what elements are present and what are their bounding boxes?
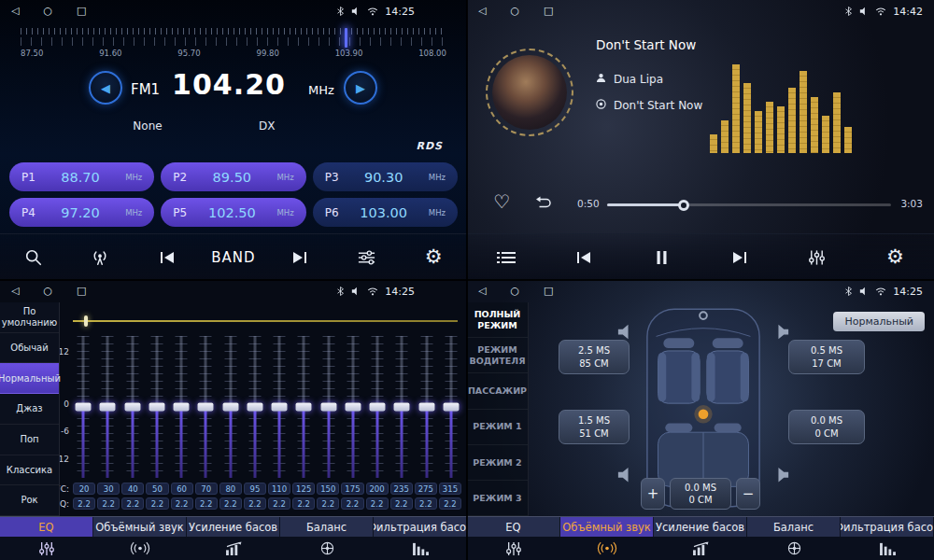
previous-station-button[interactable] — [147, 239, 188, 276]
fc-value[interactable]: 235 — [390, 483, 413, 495]
slider-knob[interactable] — [149, 403, 164, 412]
fc-value[interactable]: 175 — [341, 483, 363, 495]
fc-value[interactable]: 30 — [97, 483, 120, 495]
previous-track-button[interactable] — [563, 239, 604, 276]
eq-band-slider[interactable] — [345, 336, 361, 478]
slider-knob[interactable] — [418, 403, 434, 412]
eq-band-slider[interactable] — [173, 336, 190, 478]
slider-knob[interactable] — [394, 403, 410, 412]
seek-up-button[interactable]: ▶ — [344, 71, 377, 105]
preset-button[interactable]: P4 97.20 MHz — [9, 198, 154, 227]
nav-back-icon[interactable]: ◁ — [11, 280, 19, 302]
q-value[interactable]: 2.2 — [121, 497, 144, 510]
front-right-delay-button[interactable]: 0.5 MS 17 CM — [788, 340, 865, 374]
repeat-button[interactable] — [534, 195, 553, 214]
eq-band-slider[interactable] — [418, 336, 435, 478]
band-button[interactable]: BAND — [213, 239, 254, 276]
tab-surround[interactable]: Объёмный звук — [93, 517, 187, 537]
tab-filter-button[interactable] — [374, 537, 467, 560]
settings-button[interactable]: ⚙ — [874, 239, 915, 276]
tab-surround-button[interactable] — [93, 537, 187, 560]
nav-recents-icon[interactable]: □ — [77, 0, 86, 22]
listening-mode-item[interactable]: РЕЖИМ ВОДИТЕЛЯ — [467, 338, 528, 373]
pause-button[interactable] — [641, 239, 682, 276]
tab-surround[interactable]: Объёмный звук — [560, 517, 654, 537]
slider-knob[interactable] — [100, 403, 116, 412]
q-value[interactable]: 2.2 — [317, 497, 339, 510]
sound-profile-button[interactable]: Нормальный — [833, 312, 925, 331]
q-value[interactable]: 2.2 — [73, 497, 95, 510]
tab-filter-button[interactable] — [841, 537, 934, 560]
eq-band-slider[interactable] — [443, 336, 460, 478]
slider-knob[interactable] — [345, 403, 361, 412]
tab-eq-button[interactable] — [467, 537, 560, 560]
rear-left-delay-button[interactable]: 1.5 MS 51 CM — [559, 410, 630, 444]
tab-surround-button[interactable] — [560, 537, 654, 560]
broadcast-button[interactable] — [79, 239, 120, 276]
eq-band-slider[interactable] — [271, 336, 288, 478]
fc-value[interactable]: 95 — [244, 483, 266, 495]
eq-band-slider[interactable] — [222, 336, 239, 478]
listening-mode-item[interactable]: РЕЖИМ 1 — [467, 410, 528, 445]
q-value[interactable]: 2.2 — [195, 497, 218, 510]
tab-bass-boost[interactable]: Усиление басов — [187, 517, 280, 537]
eq-band-slider[interactable] — [149, 336, 165, 478]
equalizer-button[interactable] — [797, 239, 838, 276]
preset-button[interactable]: P5 102.50 MHz — [161, 198, 305, 227]
preset-button[interactable]: P1 88.70 MHz — [9, 162, 154, 191]
tab-bass-boost[interactable]: Усиление басов — [654, 517, 747, 537]
fc-value[interactable]: 150 — [317, 483, 339, 495]
search-button[interactable] — [13, 239, 54, 276]
seek-down-button[interactable]: ◀ — [89, 71, 122, 105]
fc-value[interactable]: 60 — [171, 483, 193, 495]
tab-bass-boost-button[interactable] — [654, 537, 747, 560]
next-track-button[interactable] — [719, 239, 760, 276]
nav-home-icon[interactable]: ○ — [510, 280, 519, 302]
eq-band-slider[interactable] — [295, 336, 312, 478]
nav-back-icon[interactable]: ◁ — [478, 0, 486, 22]
nav-back-icon[interactable]: ◁ — [478, 280, 486, 302]
fc-value[interactable]: 315 — [439, 483, 461, 495]
master-level-slider[interactable] — [73, 315, 458, 327]
q-value[interactable]: 2.2 — [439, 497, 461, 510]
eq-band-slider[interactable] — [197, 336, 214, 478]
tab-eq[interactable]: EQ — [467, 517, 560, 537]
slider-knob[interactable] — [76, 403, 92, 412]
fc-value[interactable]: 275 — [415, 483, 437, 495]
delay-decrease-button[interactable]: − — [736, 478, 760, 510]
tab-bass-boost-button[interactable] — [187, 537, 280, 560]
q-value[interactable]: 2.2 — [244, 497, 266, 510]
q-value[interactable]: 2.2 — [415, 497, 437, 510]
preset-button[interactable]: P3 90.30 MHz — [313, 162, 458, 191]
tab-balance-button[interactable] — [747, 537, 841, 560]
q-value[interactable]: 2.2 — [292, 497, 315, 510]
fc-value[interactable]: 40 — [121, 483, 144, 495]
tab-filter[interactable]: Фильтрация басов — [841, 517, 934, 537]
slider-knob[interactable] — [272, 403, 288, 412]
slider-knob[interactable] — [174, 403, 190, 412]
nav-back-icon[interactable]: ◁ — [11, 0, 19, 22]
tune-settings-button[interactable] — [347, 239, 388, 276]
slider-knob[interactable] — [320, 403, 336, 412]
master-slider-knob[interactable] — [84, 315, 88, 327]
front-left-delay-button[interactable]: 2.5 MS 85 CM — [559, 340, 630, 374]
nav-recents-icon[interactable]: □ — [544, 0, 553, 22]
eq-band-slider[interactable] — [247, 336, 263, 478]
q-value[interactable]: 2.2 — [366, 497, 389, 510]
eq-preset-item[interactable]: Обычай — [0, 333, 59, 364]
q-value[interactable]: 2.2 — [97, 497, 120, 510]
eq-band-slider[interactable] — [369, 336, 386, 478]
slider-knob[interactable] — [370, 403, 386, 412]
next-station-button[interactable] — [279, 239, 320, 276]
slider-knob[interactable] — [443, 403, 459, 412]
listening-mode-item[interactable]: РЕЖИМ 2 — [467, 445, 528, 481]
slider-knob[interactable] — [124, 403, 140, 412]
fc-value[interactable]: 200 — [366, 483, 389, 495]
fc-value[interactable]: 20 — [73, 483, 95, 495]
favorite-button[interactable]: ♡ — [493, 192, 510, 211]
eq-band-slider[interactable] — [320, 336, 337, 478]
q-value[interactable]: 2.2 — [390, 497, 413, 510]
playlist-button[interactable] — [486, 239, 527, 276]
rear-right-delay-button[interactable]: 0.0 MS 0 CM — [788, 410, 865, 444]
fc-value[interactable]: 110 — [268, 483, 290, 495]
